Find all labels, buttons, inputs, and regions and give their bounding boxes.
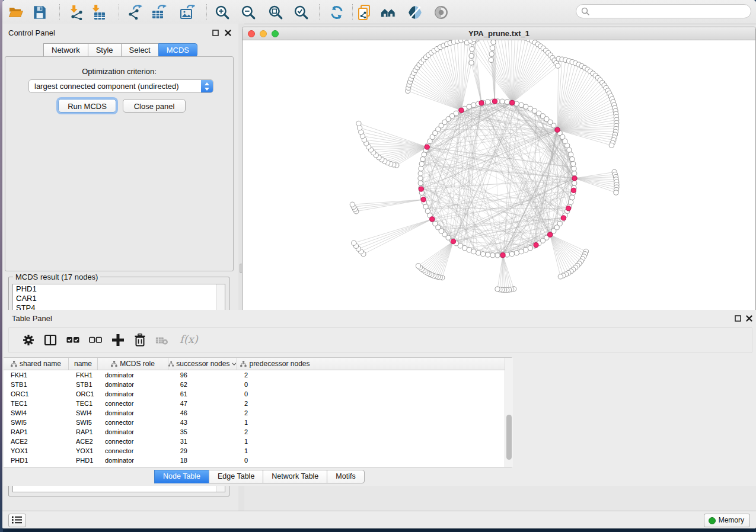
table-cell[interactable]: 31	[168, 437, 237, 446]
table-cell[interactable]: TEC1	[69, 399, 98, 408]
create-column-plus-icon[interactable]	[111, 334, 125, 347]
open-file-icon[interactable]	[8, 5, 24, 20]
table-row[interactable]: SWI5 SWI5 connector 43 1	[4, 418, 512, 427]
deselect-all-rows-icon[interactable]	[89, 334, 102, 347]
table-row[interactable]: STB1 STB1 dominator 62 0	[4, 380, 512, 389]
export-table-icon[interactable]	[151, 5, 167, 20]
table-cell[interactable]: TEC1	[4, 399, 69, 408]
table-cell[interactable]: 2	[237, 408, 313, 418]
export-network-icon[interactable]	[127, 5, 143, 20]
table-cell[interactable]: RAP1	[69, 427, 98, 437]
table-cell[interactable]: 29	[168, 446, 237, 456]
table-cell[interactable]: ACE2	[4, 437, 69, 446]
float-panel-icon[interactable]	[734, 315, 742, 322]
table-cell[interactable]: FKH1	[69, 370, 98, 380]
close-panel-button[interactable]: Close panel	[123, 99, 186, 113]
new-network-from-selection-icon[interactable]	[357, 5, 372, 20]
import-network-icon[interactable]	[69, 5, 84, 20]
table-cell[interactable]: STB1	[69, 380, 98, 389]
show-hide-graphics-details-icon[interactable]	[407, 5, 423, 20]
table-cell[interactable]: dominator	[98, 427, 168, 437]
run-mcds-button[interactable]: Run MCDS	[58, 99, 116, 113]
control-panel-tab[interactable]: Select	[121, 43, 159, 57]
table-cell[interactable]: connector	[98, 399, 168, 408]
table-cell[interactable]: 0	[237, 380, 313, 389]
table-row[interactable]: ORC1 ORC1 dominator 61 0	[4, 389, 512, 399]
table-cell[interactable]: PHD1	[69, 456, 98, 465]
table-row[interactable]: PHD1 PHD1 dominator 18 0	[4, 456, 512, 465]
table-cell[interactable]: 46	[168, 408, 237, 418]
zoom-fit-icon[interactable]	[268, 5, 283, 20]
scrollbar-thumb[interactable]	[506, 415, 512, 460]
table-cell[interactable]: 0	[237, 389, 313, 399]
close-panel-icon[interactable]	[224, 29, 232, 37]
search-input[interactable]	[592, 7, 743, 16]
optimization-criterion-select[interactable]: largest connected component (undirected)	[28, 79, 213, 93]
table-cell[interactable]: ACE2	[69, 437, 98, 446]
table-panel-tab[interactable]: Network Table	[263, 470, 327, 483]
network-canvas[interactable]	[243, 40, 755, 331]
table-cell[interactable]: 35	[168, 427, 237, 437]
table-row[interactable]: YOX1 YOX1 connector 29 1	[4, 446, 512, 456]
close-panel-icon[interactable]	[745, 315, 753, 322]
table-row[interactable]: FKH1 FKH1 dominator 96 2	[4, 370, 512, 380]
table-cell[interactable]: connector	[98, 446, 168, 456]
table-cell[interactable]: 96	[168, 370, 237, 380]
table-cell[interactable]: dominator	[98, 389, 168, 399]
table-cell[interactable]: dominator	[98, 408, 168, 418]
table-cell[interactable]: 2	[237, 370, 313, 380]
table-cell[interactable]: SWI4	[4, 408, 69, 418]
table-cell[interactable]: 61	[168, 389, 237, 399]
table-cell[interactable]: SWI4	[69, 408, 98, 418]
hide-selected-icon[interactable]	[433, 5, 449, 20]
table-cell[interactable]: 43	[168, 418, 237, 427]
table-row[interactable]: TEC1 TEC1 connector 47 2	[4, 399, 512, 408]
table-cell[interactable]: RAP1	[4, 427, 69, 437]
column-header[interactable]: name	[69, 358, 98, 370]
table-cell[interactable]: YOX1	[4, 446, 69, 456]
zoom-out-icon[interactable]	[241, 5, 256, 20]
table-cell[interactable]: SWI5	[4, 418, 69, 427]
first-neighbors-icon[interactable]	[381, 5, 396, 20]
zoom-in-icon[interactable]	[215, 5, 230, 20]
show-columns-icon[interactable]	[44, 334, 57, 347]
table-panel-tab[interactable]: Motifs	[327, 470, 364, 483]
table-panel-tab[interactable]: Edge Table	[209, 470, 263, 483]
table-cell[interactable]: FKH1	[4, 370, 69, 380]
mcds-result-node[interactable]: PHD1	[13, 284, 225, 294]
import-table-icon[interactable]	[91, 5, 106, 20]
table-cell[interactable]: 0	[237, 456, 313, 465]
save-session-icon[interactable]	[32, 5, 47, 20]
refresh-icon[interactable]	[329, 5, 344, 20]
table-cell[interactable]: 1	[237, 437, 313, 446]
search-field[interactable]	[576, 4, 751, 18]
export-image-icon[interactable]	[180, 5, 195, 20]
delete-column-trash-icon[interactable]	[133, 334, 146, 347]
column-header[interactable]: MCDS role	[98, 358, 168, 370]
select-all-rows-icon[interactable]	[66, 334, 79, 347]
table-cell[interactable]: 2	[237, 399, 313, 408]
table-cell[interactable]: 47	[168, 399, 237, 408]
table-cell[interactable]: ORC1	[4, 389, 69, 399]
table-cell[interactable]: dominator	[98, 370, 168, 380]
control-panel-tab[interactable]: MCDS	[158, 43, 197, 57]
task-history-button[interactable]	[8, 514, 26, 527]
table-cell[interactable]: connector	[98, 418, 168, 427]
table-cell[interactable]: ORC1	[69, 389, 98, 399]
table-cell[interactable]: connector	[98, 437, 168, 446]
zoom-selected-icon[interactable]	[294, 5, 309, 20]
table-cell[interactable]: dominator	[98, 380, 168, 389]
table-cell[interactable]: SWI5	[69, 418, 98, 427]
network-window-titlebar[interactable]: YPA_prune.txt_1	[243, 27, 755, 40]
control-panel-tab[interactable]: Network	[43, 43, 88, 57]
control-panel-tab[interactable]: Style	[88, 43, 122, 57]
table-cell[interactable]: 18	[168, 456, 237, 465]
mcds-result-node[interactable]: CAR1	[13, 294, 225, 303]
table-panel-tab[interactable]: Node Table	[154, 470, 209, 483]
table-row[interactable]: SWI4 SWI4 dominator 46 2	[4, 408, 512, 418]
memory-button[interactable]: Memory	[704, 514, 750, 527]
column-header[interactable]: predecessor nodes	[237, 358, 313, 370]
table-cell[interactable]: dominator	[98, 456, 168, 465]
table-scrollbar[interactable]	[505, 358, 513, 467]
table-settings-gear-icon[interactable]	[22, 334, 35, 347]
